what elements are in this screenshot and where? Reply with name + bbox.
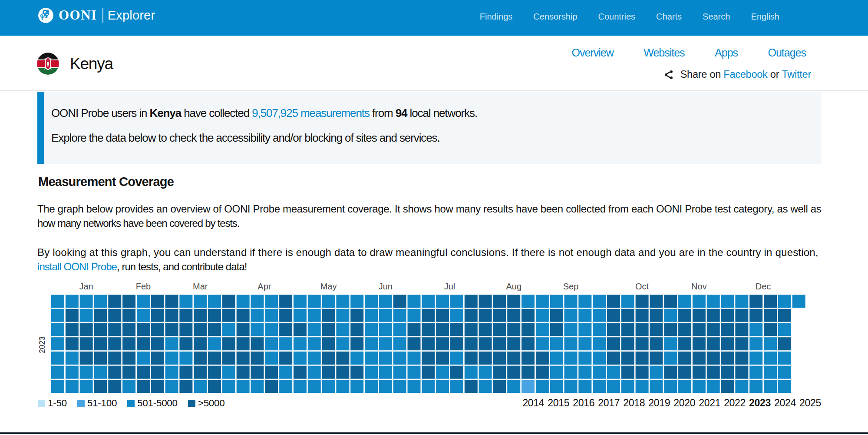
heatmap-cell[interactable] [650, 352, 663, 365]
heatmap-cell[interactable] [465, 295, 478, 308]
heatmap-cell[interactable] [521, 352, 535, 365]
heatmap-cell[interactable] [365, 337, 378, 350]
heatmap-cell[interactable] [721, 352, 734, 365]
heatmap-cell[interactable] [564, 295, 578, 308]
nav-link-search[interactable]: Search [703, 12, 730, 22]
heatmap-cell[interactable] [764, 309, 777, 322]
year-option-2014[interactable]: 2014 [522, 397, 544, 409]
heatmap-cell[interactable] [80, 380, 93, 393]
heatmap-cell[interactable] [365, 309, 378, 322]
heatmap-cell[interactable] [636, 309, 649, 322]
heatmap-cell[interactable] [593, 366, 606, 379]
heatmap-cell[interactable] [536, 323, 549, 336]
heatmap-cell[interactable] [222, 352, 235, 365]
heatmap-cell[interactable] [465, 323, 478, 336]
heatmap-cell[interactable] [578, 352, 591, 365]
year-option-2017[interactable]: 2017 [598, 397, 620, 409]
heatmap-cell[interactable] [450, 352, 463, 365]
heatmap-cell[interactable] [108, 380, 121, 393]
heatmap-cell[interactable] [365, 323, 378, 336]
heatmap-cell[interactable] [621, 380, 634, 393]
heatmap-cell[interactable] [521, 295, 535, 308]
heatmap-cell[interactable] [350, 309, 363, 322]
heatmap-cell[interactable] [108, 337, 121, 350]
heatmap-cell[interactable] [294, 323, 307, 336]
nav-link-censorship[interactable]: Censorship [533, 12, 577, 22]
heatmap-cell[interactable] [664, 380, 677, 393]
heatmap-cell[interactable] [251, 366, 264, 379]
heatmap-cell[interactable] [379, 295, 392, 308]
heatmap-cell[interactable] [436, 352, 449, 365]
heatmap-cell[interactable] [94, 337, 107, 350]
heatmap-cell[interactable] [350, 337, 363, 350]
heatmap-cell[interactable] [664, 295, 677, 308]
heatmap-cell[interactable] [80, 337, 93, 350]
heatmap-cell[interactable] [650, 323, 663, 336]
heatmap-cell[interactable] [294, 337, 307, 350]
heatmap-cell[interactable] [578, 337, 591, 350]
heatmap-cell[interactable] [279, 337, 292, 350]
heatmap-cell[interactable] [151, 366, 164, 379]
heatmap-cell[interactable] [564, 323, 578, 336]
heatmap-cell[interactable] [165, 323, 178, 336]
heatmap-cell[interactable] [735, 352, 748, 365]
heatmap-cell[interactable] [66, 380, 79, 393]
heatmap-cell[interactable] [279, 366, 292, 379]
heatmap-cell[interactable] [735, 295, 748, 308]
heatmap-cell[interactable] [636, 337, 649, 350]
heatmap-cell[interactable] [122, 323, 135, 336]
heatmap-cell[interactable] [279, 323, 292, 336]
heatmap-cell[interactable] [66, 323, 79, 336]
heatmap-cell[interactable] [749, 309, 762, 322]
heatmap-cell[interactable] [237, 337, 250, 350]
heatmap-cell[interactable] [778, 380, 791, 393]
heatmap-cell[interactable] [550, 309, 563, 322]
heatmap-cell[interactable] [550, 295, 563, 308]
heatmap-cell[interactable] [336, 337, 349, 350]
heatmap-cell[interactable] [251, 323, 264, 336]
heatmap-cell[interactable] [393, 337, 406, 350]
heatmap-cell[interactable] [707, 323, 720, 336]
heatmap-cell[interactable] [108, 295, 121, 308]
heatmap-cell[interactable] [379, 337, 392, 350]
year-option-2019[interactable]: 2019 [648, 397, 670, 409]
heatmap-cell[interactable] [151, 380, 164, 393]
heatmap-cell[interactable] [265, 366, 278, 379]
heatmap-cell[interactable] [607, 295, 620, 308]
nav-link-countries[interactable]: Countries [598, 12, 636, 22]
heatmap-cell[interactable] [322, 295, 335, 308]
heatmap-cell[interactable] [222, 337, 235, 350]
heatmap-cell[interactable] [94, 323, 107, 336]
heatmap-cell[interactable] [379, 380, 392, 393]
heatmap-cell[interactable] [479, 366, 492, 379]
heatmap-cell[interactable] [365, 380, 378, 393]
heatmap-cell[interactable] [493, 366, 506, 379]
heatmap-cell[interactable] [450, 380, 463, 393]
heatmap-cell[interactable] [137, 309, 150, 322]
heatmap-cell[interactable] [222, 366, 235, 379]
heatmap-cell[interactable] [465, 366, 478, 379]
heatmap-cell[interactable] [51, 309, 64, 322]
heatmap-cell[interactable] [536, 337, 549, 350]
heatmap-cell[interactable] [108, 309, 121, 322]
heatmap-cell[interactable] [122, 295, 135, 308]
heatmap-cell[interactable] [308, 352, 321, 365]
heatmap-cell[interactable] [749, 323, 762, 336]
heatmap-cell[interactable] [51, 366, 64, 379]
heatmap-cell[interactable] [208, 337, 221, 350]
heatmap-cell[interactable] [208, 380, 221, 393]
heatmap-cell[interactable] [493, 380, 506, 393]
heatmap-cell[interactable] [607, 352, 620, 365]
heatmap-cell[interactable] [379, 352, 392, 365]
heatmap-cell[interactable] [379, 309, 392, 322]
heatmap-cell[interactable] [593, 352, 606, 365]
heatmap-cell[interactable] [279, 295, 292, 308]
heatmap-cell[interactable] [251, 380, 264, 393]
heatmap-cell[interactable] [479, 295, 492, 308]
heatmap-cell[interactable] [393, 295, 406, 308]
heatmap-cell[interactable] [479, 337, 492, 350]
heatmap-cell[interactable] [393, 380, 406, 393]
heatmap-cell[interactable] [621, 323, 634, 336]
heatmap-cell[interactable] [479, 323, 492, 336]
heatmap-cell[interactable] [636, 380, 649, 393]
